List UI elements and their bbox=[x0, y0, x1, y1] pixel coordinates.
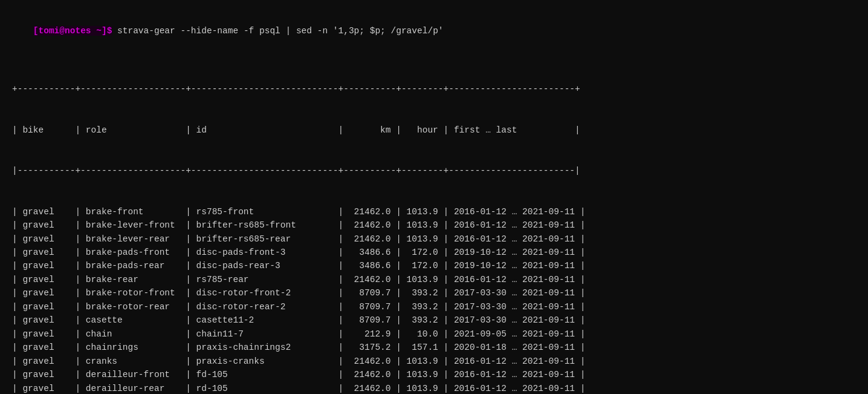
table-row: | gravel | derailleur-rear | rd-105 | 21… bbox=[12, 382, 856, 394]
table-row: | gravel | cranks | praxis-cranks | 2146… bbox=[12, 355, 856, 368]
terminal-window: [tomi@notes ~]$ strava-gear --hide-name … bbox=[12, 11, 856, 394]
table-row: | gravel | derailleur-front | fd-105 | 2… bbox=[12, 368, 856, 381]
table-row: | gravel | chain | chain11-7 | 212.9 | 1… bbox=[12, 327, 856, 341]
table-row: | gravel | chainrings | praxis-chainring… bbox=[12, 341, 856, 354]
prompt-command: strava-gear --hide-name -f psql | sed -n… bbox=[112, 26, 443, 36]
table-area: +-----------+--------------------+------… bbox=[12, 55, 856, 394]
table-row: | gravel | brake-lever-front | brifter-r… bbox=[12, 218, 856, 232]
table-row: | gravel | brake-lever-rear | brifter-rs… bbox=[12, 232, 856, 246]
table-row: | gravel | casette | casette11-2 | 8709.… bbox=[12, 314, 856, 327]
table-row: | gravel | brake-pads-rear | disc-pads-r… bbox=[12, 259, 856, 272]
table-row: | gravel | brake-rotor-rear | disc-rotor… bbox=[12, 300, 856, 314]
table-row: | gravel | brake-rear | rs785-rear | 214… bbox=[12, 273, 856, 286]
separator-top: +-----------+--------------------+------… bbox=[12, 82, 856, 96]
separator-mid: |-----------+--------------------+------… bbox=[12, 164, 856, 177]
table-row: | gravel | brake-front | rs785-front | 2… bbox=[12, 205, 856, 218]
table-rows: | gravel | brake-front | rs785-front | 2… bbox=[12, 205, 856, 394]
table-row: | gravel | brake-rotor-front | disc-roto… bbox=[12, 286, 856, 300]
prompt-user: [tomi@notes ~]$ bbox=[33, 26, 112, 36]
prompt-line: [tomi@notes ~]$ strava-gear --hide-name … bbox=[12, 11, 856, 51]
table-row: | gravel | brake-pads-front | disc-pads-… bbox=[12, 246, 856, 259]
table-header: | bike | role | id | km | hour | first …… bbox=[12, 123, 856, 137]
